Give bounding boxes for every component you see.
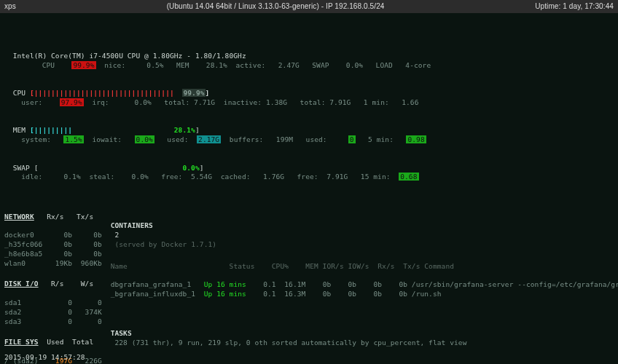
network-row: _h8e6b8a5 0b 0b xyxy=(4,250,98,259)
containers-header: CONTAINERS xyxy=(111,221,153,229)
clock: 2015-09-19 14:57:28 xyxy=(4,353,85,363)
tasks-header: TASKS xyxy=(111,329,132,337)
cpu-bar: [||||||||||||||||||||||||||||||||| xyxy=(30,89,174,97)
diskio-header: DISK I/O xyxy=(4,280,39,288)
container-row: dbgrafana_grafana_1 Up 16 mins 0.1 16.1M… xyxy=(102,280,612,290)
diskio-row: sda1 0 0 xyxy=(4,298,98,308)
mem-bar: [||||||||| xyxy=(30,126,72,134)
mem-bar-row: MEM [||||||||| 28.1%] system: 1.5% iowai… xyxy=(4,116,614,144)
hw-row: Intel(R) Core(TM) i7-4500U CPU @ 1.80GHz… xyxy=(4,42,614,70)
titlebar-uptime: Uptime: 1 day, 17:30:44 xyxy=(535,1,614,12)
cpu-user: 97.9% xyxy=(60,98,84,106)
diskio-row: sda2 0 374K xyxy=(4,308,98,317)
top-cpu-pct: 99.9% xyxy=(71,61,95,69)
filesys-header: FILE SYS xyxy=(4,338,39,346)
network-row: wlan0 19Kb 960Kb xyxy=(4,259,98,269)
titlebar-hostname: xps xyxy=(4,1,16,12)
tasks-summary: 228 (731 thr), 9 run, 219 slp, 0 oth sor… xyxy=(114,339,466,347)
cpu-model: Intel(R) Core(TM) i7-4500U CPU @ 1.80GHz… xyxy=(13,52,246,60)
titlebar-sysinfo: (Ubuntu 14.04 64bit / Linux 3.13.0-63-ge… xyxy=(167,1,385,12)
swap-bar-row: SWAP [ 0.0%] idle: 0.1% steal: 0.0% free… xyxy=(4,154,614,182)
cpu-bar-row: CPU [||||||||||||||||||||||||||||||||| 9… xyxy=(4,79,614,107)
diskio-row: sda3 0 0 xyxy=(4,317,98,327)
container-row: _bgrafana_influxdb_1 Up 16 mins 0.1 16.3… xyxy=(102,290,612,299)
titlebar: xps (Ubuntu 14.04 64bit / Linux 3.13.0-6… xyxy=(0,0,618,13)
left-sidebar: NETWORK Rx/s Tx/s docker0 0b 0b_h35fc066… xyxy=(4,203,98,364)
network-header: NETWORK xyxy=(4,213,34,221)
network-row: _h35fc066 0b 0b xyxy=(4,240,98,250)
cpu-system: 1.5% xyxy=(63,135,83,143)
network-row: docker0 0b 0b xyxy=(4,231,98,240)
main-panel: CONTAINERS 2 (served by Docker 1.7.1) Na… xyxy=(102,203,612,364)
containers-columns: Name Status CPU% MEM IOR/s IOW/s Rx/s Tx… xyxy=(102,262,612,272)
